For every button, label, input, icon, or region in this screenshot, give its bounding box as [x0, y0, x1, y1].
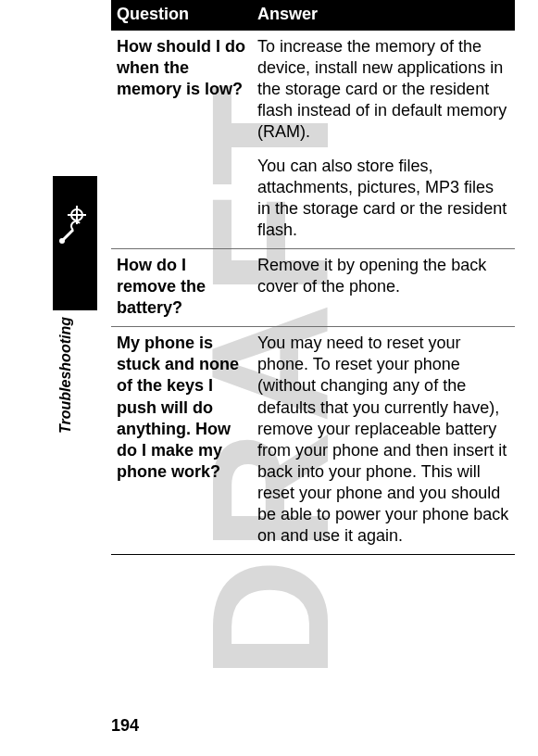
answer-cell: To increase the memory of the device, in… — [252, 31, 515, 249]
answer-paragraph: You can also store files, attachments, p… — [257, 156, 509, 241]
answer-paragraph: Remove it by opening the back cover of t… — [257, 255, 509, 297]
qa-table: Question Answer How should I do when the… — [111, 0, 515, 555]
section-label: Troubleshooting — [57, 317, 74, 434]
wrench-target-icon — [56, 204, 94, 245]
col-header-question: Question — [111, 0, 252, 31]
answer-cell: Remove it by opening the back cover of t… — [252, 249, 515, 327]
question-cell: How do I remove the battery? — [111, 249, 252, 327]
answer-cell: You may need to reset your phone. To res… — [252, 327, 515, 554]
question-cell: How should I do when the memory is low? — [111, 31, 252, 249]
page-number: 194 — [111, 716, 139, 736]
question-cell: My phone is stuck and none of the keys I… — [111, 327, 252, 554]
table-row: How should I do when the memory is low? … — [111, 31, 515, 249]
answer-paragraph: You may need to reset your phone. To res… — [257, 333, 509, 546]
section-tab — [53, 176, 97, 310]
page-content: Question Answer How should I do when the… — [111, 0, 515, 756]
answer-paragraph: To increase the memory of the device, in… — [257, 36, 509, 143]
table-row: My phone is stuck and none of the keys I… — [111, 327, 515, 554]
svg-point-4 — [59, 238, 65, 244]
col-header-answer: Answer — [252, 0, 515, 31]
svg-point-3 — [76, 214, 79, 217]
table-row: How do I remove the battery? Remove it b… — [111, 249, 515, 327]
